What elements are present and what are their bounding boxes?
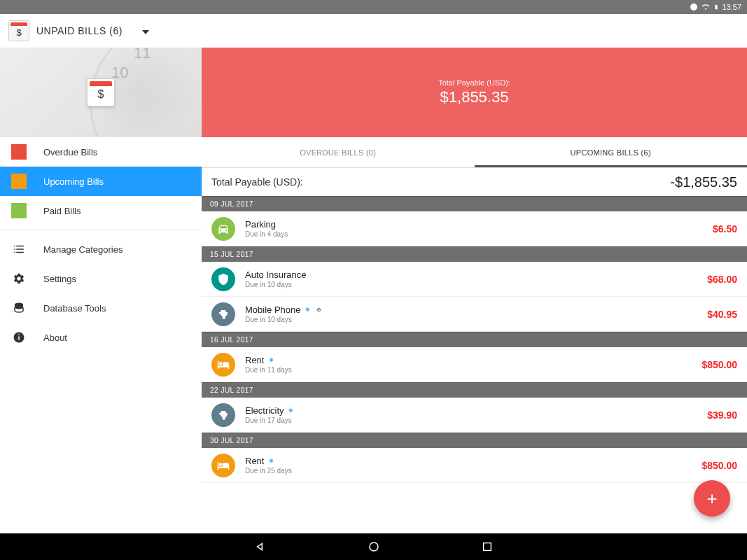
bill-text: Mobile Phone ❋⊛Due in 10 days [245,304,697,323]
bed-icon [211,454,235,477]
content: Total Payable (USD): $1,855.35 OVERDUE B… [202,48,747,533]
status-wifi-icon [701,3,711,11]
bill-title: Parking [245,219,703,230]
bill-due: Due in 25 days [245,467,692,475]
tab-label: UPCOMING BILLS (6) [571,148,651,157]
tab-label: OVERDUE BILLS (0) [300,148,376,157]
car-icon [211,217,235,241]
nav-recent-button[interactable] [480,539,495,554]
tab-overdue[interactable]: OVERDUE BILLS (0) [202,137,475,167]
status-battery-icon [713,3,719,11]
recurring-badge-icon: ❋ [267,457,275,465]
sidebar-item-label: About [43,332,67,343]
svg-rect-3 [18,337,20,340]
bill-text: Rent ❋Due in 11 days [245,355,692,374]
nav-back-button[interactable] [253,539,268,554]
date-header: 16 JUL 2017 [202,332,747,347]
bill-due: Due in 10 days [245,316,697,323]
bill-amount: $40.95 [707,309,737,320]
sidebar-item-label: Overdue Bills [43,147,97,158]
sidebar-item-overdue[interactable]: Overdue Bills [0,137,202,167]
bill-text: Rent ❋Due in 25 days [245,456,692,475]
total-value: -$1,855.35 [670,174,737,190]
sidebar-item-label: Manage Categories [43,244,123,255]
bill-amount: $68.00 [707,274,737,285]
total-banner: Total Payable (USD): $1,855.35 [202,48,747,137]
recurring-badge-icon: ❋ [304,306,312,314]
tap-icon [211,302,235,326]
bill-title: Rent ❋ [245,456,692,466]
sidebar-item-categories[interactable]: Manage Categories [0,234,202,264]
date-header: 15 JUL 2017 [202,246,747,262]
swatch-green [11,203,27,218]
sidebar-item-dbtools[interactable]: Database Tools [0,293,202,323]
bill-text: Parking Due in 4 days [245,219,703,238]
svg-point-5 [370,542,378,551]
status-time: 13:57 [722,3,741,11]
recurring-badge-icon: ❋ [267,356,275,365]
list-icon [11,241,27,257]
add-bill-fab[interactable]: + [694,480,730,517]
app-icon: $ [8,20,29,41]
bill-amount: $850.00 [701,460,737,471]
sidebar-item-label: Settings [43,274,76,284]
app-title: UNPAID BILLS (6) [36,25,123,36]
bill-title: Rent ❋ [245,355,692,365]
banner-label: Total Payable (USD): [438,78,510,87]
database-icon [11,300,27,316]
bill-due: Due in 11 days [245,366,692,374]
bill-amount: $850.00 [701,359,737,370]
sidebar-item-label: Upcoming Bills [43,176,104,187]
bill-amount: $39.90 [707,410,737,421]
tap-icon [211,403,235,427]
bed-icon [211,353,235,377]
tab-upcoming[interactable]: UPCOMING BILLS (6) [475,137,748,167]
recurring-badge-icon: ❋ [287,407,295,415]
shield-icon [211,267,235,291]
total-label: Total Payable (USD): [211,176,303,188]
gear-icon [11,271,27,286]
app-bar: $ UNPAID BILLS (6) [0,14,747,48]
date-header: 09 JUL 2017 [202,196,747,211]
sidebar-header: 9 10 11 $ [0,48,202,137]
sidebar-item-label: Database Tools [43,303,106,314]
sidebar-item-upcoming[interactable]: Upcoming Bills [0,167,202,196]
bill-row[interactable]: Electricity ❋Due in 17 days$39.90 [202,398,747,433]
banner-amount: $1,855.35 [440,88,509,106]
bill-text: Electricity ❋Due in 17 days [245,405,697,424]
sidebar-item-paid[interactable]: Paid Bills [0,196,202,225]
date-header: 30 JUL 2017 [202,433,747,448]
svg-rect-4 [18,335,20,336]
bill-title: Mobile Phone ❋⊛ [245,304,697,315]
bill-row[interactable]: Mobile Phone ❋⊛Due in 10 days$40.95 [202,297,747,332]
total-row: Total Payable (USD): -$1,855.35 [202,168,747,196]
swatch-red [11,144,27,160]
sidebar: 9 10 11 $ Overdue Bills Upcoming Bills P… [0,48,202,533]
bill-row[interactable]: Parking Due in 4 days$6.50 [202,211,747,246]
sidebar-app-icon: $ [87,78,115,106]
bill-due: Due in 17 days [245,416,697,424]
android-nav-bar [0,533,747,560]
status-bar: 13:57 [0,0,747,14]
bill-row[interactable]: Auto Insurance Due in 10 days$68.00 [202,262,747,297]
dropdown-toggle[interactable] [142,24,149,37]
bill-row[interactable]: Rent ❋Due in 25 days$850.00 [202,448,747,483]
main-area: 9 10 11 $ Overdue Bills Upcoming Bills P… [0,48,747,533]
sidebar-item-label: Paid Bills [43,206,81,216]
svg-point-0 [690,4,697,10]
sidebar-item-settings[interactable]: Settings [0,264,202,293]
sidebar-divider [0,230,202,230]
bill-row[interactable]: Rent ❋Due in 11 days$850.00 [202,347,747,382]
bill-list: 09 JUL 2017Parking Due in 4 days$6.5015 … [202,196,747,483]
bill-amount: $6.50 [713,223,737,234]
bill-text: Auto Insurance Due in 10 days [245,270,697,288]
nav-home-button[interactable] [366,539,382,554]
date-header: 22 JUL 2017 [202,382,747,398]
tabs: OVERDUE BILLS (0) UPCOMING BILLS (6) [202,137,747,168]
bill-title: Auto Insurance [245,270,697,280]
bill-due: Due in 10 days [245,281,697,288]
swatch-orange [11,174,27,189]
info-icon [11,330,27,345]
sidebar-item-about[interactable]: About [0,323,202,352]
bill-title: Electricity ❋ [245,405,697,416]
